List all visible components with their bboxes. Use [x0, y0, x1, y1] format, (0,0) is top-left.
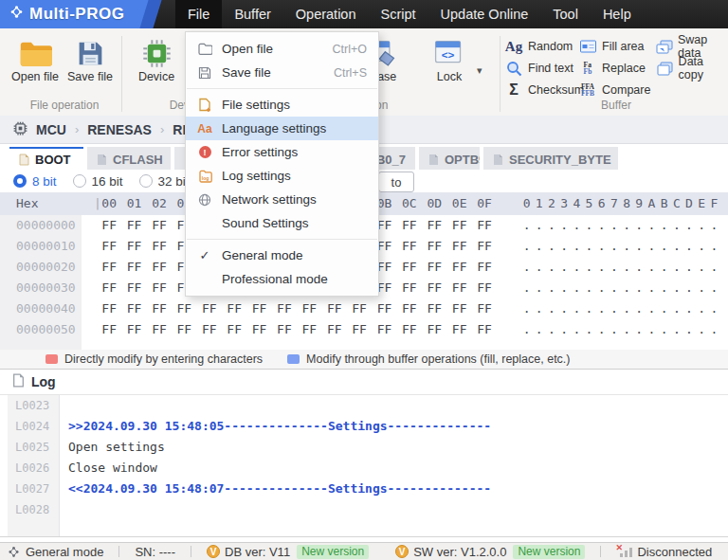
compare-button[interactable]: FFAFFB Compare [578, 81, 650, 99]
menu-item-general-mode[interactable]: ✓General mode [186, 244, 378, 267]
menubar-item-help[interactable]: Help [591, 0, 644, 28]
hex-ascii[interactable]: ................ [520, 236, 720, 257]
log-line-number: L0026 [15, 458, 49, 479]
hex-ascii[interactable]: ................ [520, 215, 720, 236]
db-version-icon: V [207, 545, 220, 558]
menu-item-professional-mode[interactable]: Professional mode [186, 267, 378, 291]
open-file-label: Open file [11, 70, 59, 83]
menubar-item-file[interactable]: File [175, 0, 222, 28]
menu-item-label: Error settings [222, 145, 298, 159]
tab-boot[interactable]: BOOT [9, 147, 83, 170]
menu-item-label: Professional mode [222, 272, 328, 286]
status-mode[interactable]: General mode [26, 545, 103, 559]
legend-swatch [287, 354, 300, 364]
menubar-item-operation[interactable]: Operation [283, 0, 369, 28]
log-row-L0025[interactable]: L0025Open settings [0, 437, 728, 458]
sw-version-icon: V [395, 545, 409, 558]
radio-16-bit[interactable]: 16 bit [73, 174, 123, 189]
tab-cflash[interactable]: CFLASH [87, 147, 171, 170]
legend-label: Directly modify by entering characters [64, 352, 263, 366]
menu-item-sound-settings[interactable]: Sound Settings [186, 211, 378, 235]
menu-item-save-file[interactable]: Save fileCtrl+S [186, 61, 378, 84]
tab-optb9[interactable]: OPTB9 [419, 147, 480, 170]
hex-ascii[interactable]: ................ [520, 319, 720, 340]
menu-item-language-settings[interactable]: AaLanguage settings [186, 117, 378, 140]
log-body[interactable]: L0023L0024>>2024.09.30 15:48:05---------… [0, 395, 728, 536]
hex-ascii[interactable]: ................ [520, 278, 720, 298]
tab-label: OPTB9 [445, 153, 480, 167]
radio-8-bit[interactable]: 8 bit [13, 174, 57, 189]
log-line-number: L0023 [15, 395, 49, 416]
search-icon [504, 61, 523, 77]
log-line-number: L0027 [15, 479, 49, 499]
random-label: Random [528, 40, 573, 53]
swap-data-button[interactable]: Swap data [656, 38, 728, 55]
log-row-L0028[interactable]: L0028 [0, 499, 728, 520]
data-copy-button[interactable]: Data copy [656, 60, 728, 77]
hex-address: 00000030 [0, 278, 82, 298]
menu-item-log-settings[interactable]: logLog settings [186, 164, 378, 188]
menu-item-label: Save file [222, 65, 271, 80]
save-file-button[interactable]: Save file [63, 36, 118, 83]
hex-ascii[interactable]: ................ [520, 257, 720, 278]
tab-security_byte[interactable]: SECURITY_BYTE [483, 147, 618, 170]
log-row-L0023[interactable]: L0023 [0, 395, 728, 416]
radio-label: 16 bit [92, 174, 123, 189]
menubar-item-tool[interactable]: Tool [540, 0, 591, 28]
log-line-number: L0025 [15, 437, 49, 458]
menu-item-open-file[interactable]: Open fileCtrl+O [186, 37, 378, 61]
log-row-L0024[interactable]: L0024>>2024.09.30 15:48:05--------------… [0, 416, 728, 437]
db-new-version-badge[interactable]: New version [297, 545, 369, 559]
folder-outline-icon [195, 43, 214, 55]
hex-bytes[interactable]: FFFFFFFFFFFFFFFFFFFFFFFFFFFFFFFF [97, 319, 497, 340]
breadcrumb-separator: › [75, 122, 79, 136]
save-outline-icon [195, 66, 214, 80]
menubar-item-script[interactable]: Script [369, 0, 428, 28]
multi-prog-window: Multi-PROG FileBufferOperationScriptUpda… [0, 0, 728, 560]
menu-item-shortcut: Ctrl+S [334, 66, 367, 80]
open-file-button[interactable]: Open file [8, 36, 63, 83]
hex-ascii[interactable]: ................ [520, 298, 720, 319]
checksum-button[interactable]: Σ Checksum [504, 81, 584, 99]
section-file-operation: File operation [8, 99, 121, 112]
random-button[interactable]: Ag Random [504, 38, 573, 55]
app-logo-text: Multi-PROG [29, 5, 124, 24]
replace-label: Replace [602, 62, 646, 75]
log-row-L0027[interactable]: L0027<<2024.09.30 15:48:07--------------… [0, 479, 728, 499]
radio-32-bit[interactable]: 32 bit [139, 174, 190, 189]
hex-row-00000050[interactable]: 00000050FFFFFFFFFFFFFFFFFFFFFFFFFFFFFFFF… [0, 319, 728, 340]
menu-item-network-settings[interactable]: Network settings [186, 188, 378, 211]
hex-bytes[interactable]: FFFFFFFFFFFFFFFFFFFFFFFFFFFFFFFF [97, 298, 497, 319]
find-text-button[interactable]: Find text [504, 60, 573, 77]
breadcrumb-item-renesas[interactable]: RENESAS [87, 122, 152, 137]
menu-item-label: General mode [222, 248, 303, 262]
svg-text:log: log [201, 174, 209, 180]
fill-area-label: Fill area [602, 40, 644, 53]
hex-row-00000040[interactable]: 00000040FFFFFFFFFFFFFFFFFFFFFFFFFFFFFFFF… [0, 298, 728, 319]
language-icon: Aa [195, 122, 214, 135]
fill-area-button[interactable]: Fill area [578, 38, 644, 55]
compare-label: Compare [602, 83, 650, 97]
lock-button[interactable]: <> Lock [421, 36, 478, 83]
menubar-item-buffer[interactable]: Buffer [222, 0, 282, 28]
log-doc-icon [12, 373, 25, 390]
tab-label: CFLASH [113, 153, 163, 167]
log-title: Log [31, 374, 56, 389]
menu-separator [187, 88, 377, 89]
log-row-L0026[interactable]: L0026Close window [0, 458, 728, 479]
tab-label: B0_7 [376, 153, 406, 167]
fill-area-icon [578, 40, 597, 53]
device-label: Device [138, 70, 174, 83]
goto-button[interactable]: to [378, 172, 414, 192]
operation-more-button[interactable]: ▾ [477, 64, 482, 77]
replace-button[interactable]: FaFb Replace [578, 60, 646, 77]
menubar-item-update-online[interactable]: Update Online [428, 0, 541, 28]
menu-item-error-settings[interactable]: !Error settings [186, 140, 378, 164]
status-connection: Disconnected [637, 545, 712, 559]
menu-item-shortcut: Ctrl+O [333, 43, 367, 56]
breadcrumb-item-mcu[interactable]: MCU [36, 122, 66, 137]
device-button[interactable]: Device [129, 36, 184, 83]
sw-new-version-badge[interactable]: New version [513, 545, 585, 559]
log-message: Close window [68, 458, 157, 479]
menu-item-file-settings[interactable]: File settings [186, 93, 378, 117]
